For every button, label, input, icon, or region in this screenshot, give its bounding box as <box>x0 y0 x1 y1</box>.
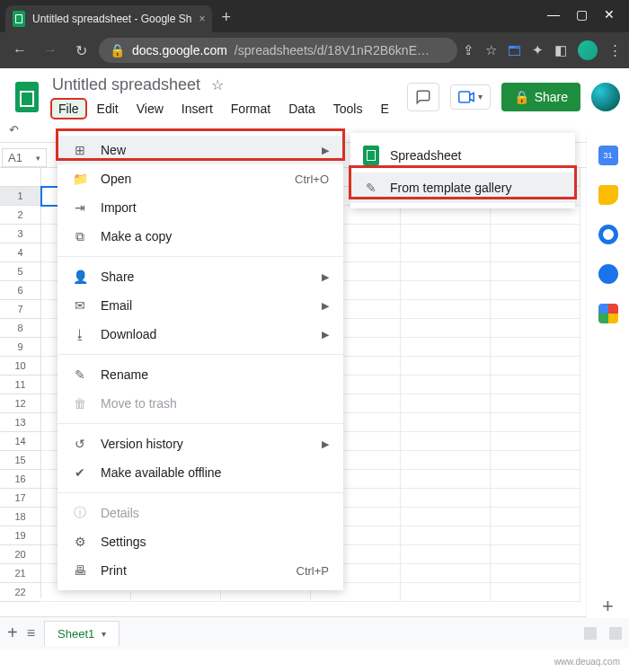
close-window-icon[interactable]: ✕ <box>604 7 615 22</box>
add-addon-button[interactable]: + <box>602 595 614 618</box>
sheet-tab[interactable]: Sheet1 ▾ <box>44 621 120 646</box>
tasks-icon[interactable] <box>598 225 618 244</box>
submenu-template[interactable]: ✎From template gallery <box>350 172 575 203</box>
cell[interactable] <box>401 432 491 451</box>
cell[interactable] <box>491 489 580 508</box>
contacts-icon[interactable] <box>598 264 618 284</box>
row-header[interactable]: 2 <box>0 206 40 225</box>
file-menu-email[interactable]: ✉Email▶ <box>58 291 343 320</box>
extensions-icon[interactable]: ✦ <box>532 42 544 58</box>
row-header[interactable]: 19 <box>0 526 40 545</box>
profile-avatar-icon[interactable] <box>578 40 598 60</box>
cell[interactable] <box>401 394 491 413</box>
row-header[interactable]: 17 <box>0 489 40 508</box>
menu-format[interactable]: Format <box>225 100 277 118</box>
row-header[interactable]: 15 <box>0 451 40 470</box>
doc-title[interactable]: Untitled spreadsheet <box>52 75 200 94</box>
cell[interactable] <box>401 583 491 602</box>
menu-file[interactable]: File <box>52 100 85 118</box>
row-header[interactable]: 8 <box>0 319 40 338</box>
meet-button[interactable]: ▾ <box>450 84 491 110</box>
star-icon[interactable]: ☆ <box>211 76 224 93</box>
cell[interactable] <box>491 470 580 489</box>
cell[interactable] <box>491 526 580 545</box>
all-sheets-button[interactable]: ≡ <box>27 625 35 641</box>
row-header[interactable]: 3 <box>0 225 40 243</box>
menu-tools[interactable]: Tools <box>327 100 369 118</box>
row-header[interactable]: 16 <box>0 470 40 489</box>
cell[interactable] <box>401 564 491 583</box>
row-header[interactable]: 13 <box>0 413 40 432</box>
select-all-corner[interactable] <box>0 168 41 187</box>
row-header[interactable]: 12 <box>0 394 40 413</box>
file-menu-print[interactable]: 🖶PrintCtrl+P <box>58 556 343 585</box>
cell[interactable] <box>401 243 491 262</box>
file-menu-offline[interactable]: ✔Make available offline <box>58 458 343 487</box>
cell[interactable] <box>401 338 491 357</box>
cell[interactable] <box>401 206 491 225</box>
reload-button[interactable]: ↻ <box>68 42 93 59</box>
cell[interactable] <box>401 451 491 470</box>
maps-icon[interactable] <box>598 304 618 323</box>
cell[interactable] <box>491 243 580 262</box>
cell[interactable] <box>401 281 491 300</box>
cell[interactable] <box>491 451 580 470</box>
new-tab-button[interactable]: + <box>212 8 240 32</box>
file-menu-version[interactable]: ↺Version history▶ <box>58 429 343 458</box>
cell[interactable] <box>401 376 491 394</box>
cell[interactable] <box>491 394 580 413</box>
cell[interactable] <box>491 564 580 583</box>
row-header[interactable]: 9 <box>0 338 40 357</box>
cell[interactable] <box>491 508 580 526</box>
row-header[interactable]: 22 <box>0 583 40 602</box>
cell[interactable] <box>491 583 580 602</box>
cell[interactable] <box>491 225 580 243</box>
row-header[interactable]: 18 <box>0 508 40 526</box>
row-header[interactable]: 1 <box>0 187 40 206</box>
comments-button[interactable] <box>407 83 439 111</box>
minimize-icon[interactable]: — <box>547 7 560 22</box>
cell[interactable] <box>491 432 580 451</box>
cell[interactable] <box>491 413 580 432</box>
menu-extensions[interactable]: E <box>374 100 394 118</box>
row-header[interactable]: 14 <box>0 432 40 451</box>
cell[interactable] <box>491 281 580 300</box>
cell[interactable] <box>491 206 580 225</box>
file-menu-copy[interactable]: ⧉Make a copy <box>58 222 343 251</box>
file-menu-rename[interactable]: ✎Rename <box>58 360 343 389</box>
url-field[interactable]: 🔒 docs.google.com/spreadsheets/d/18V1nR2… <box>99 38 457 63</box>
cell[interactable] <box>401 225 491 243</box>
sheets-logo-icon[interactable] <box>9 79 45 115</box>
row-header[interactable]: 5 <box>0 262 40 281</box>
back-button[interactable]: ← <box>7 42 32 58</box>
cell[interactable] <box>491 300 580 319</box>
menu-edit[interactable]: Edit <box>91 100 125 118</box>
bookmark-icon[interactable]: ☆ <box>485 42 497 58</box>
row-header[interactable]: 6 <box>0 281 40 300</box>
share-button[interactable]: 🔒 Share <box>501 83 580 111</box>
undo-button[interactable]: ↶ <box>9 123 19 137</box>
file-menu-download[interactable]: ⭳Download▶ <box>58 320 343 349</box>
file-menu-new[interactable]: ⊞New▶ <box>58 136 343 164</box>
file-menu-settings[interactable]: ⚙Settings <box>58 527 343 556</box>
account-avatar[interactable] <box>591 83 620 111</box>
menu-view[interactable]: View <box>130 100 170 118</box>
cell[interactable] <box>491 319 580 338</box>
cell[interactable] <box>401 262 491 281</box>
row-header[interactable]: 20 <box>0 545 40 564</box>
browser-tab[interactable]: Untitled spreadsheet - Google Sh × <box>5 5 212 32</box>
hscroll-right[interactable] <box>609 627 622 640</box>
share-page-icon[interactable]: ⇪ <box>463 42 474 58</box>
row-header[interactable]: 10 <box>0 357 40 376</box>
cell[interactable] <box>401 470 491 489</box>
cell[interactable] <box>491 338 580 357</box>
hscroll-left[interactable] <box>584 627 597 640</box>
calendar-icon[interactable] <box>598 146 618 165</box>
file-menu-import[interactable]: ⇥Import <box>58 193 343 222</box>
row-header[interactable]: 21 <box>0 564 40 583</box>
submenu-spreadsheet[interactable]: Spreadsheet <box>350 138 575 172</box>
cell[interactable] <box>401 508 491 526</box>
panel-icon[interactable]: ◧ <box>554 42 567 58</box>
cell[interactable] <box>401 413 491 432</box>
translate-icon[interactable]: 🗔 <box>508 43 521 58</box>
